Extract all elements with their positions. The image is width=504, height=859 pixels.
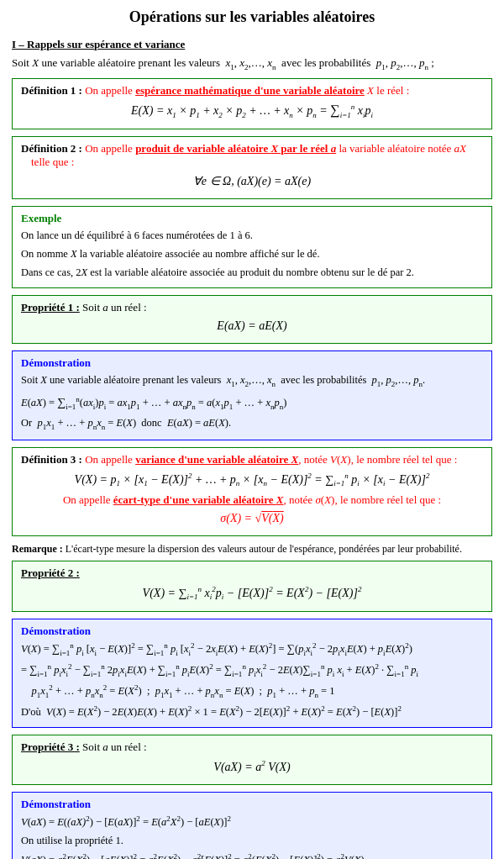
page-title: Opérations sur les variables aléatoires <box>12 8 492 26</box>
example-label: Exemple <box>21 212 483 225</box>
section-heading: I – Rappels sur espérance et variance <box>12 38 492 51</box>
demo-3-body: V(aX) = E((aX)2) − [E(aX)]2 = E(a2X2) − … <box>21 813 483 859</box>
demo-3-label: Démonstration <box>21 798 483 811</box>
property-1-formula: E(aX) = aE(X) <box>21 319 483 333</box>
demo-1-label: Démonstration <box>21 356 483 370</box>
example-box: Exemple On lance un dé équilibré à 6 fac… <box>12 206 492 288</box>
definition-2-box: Définition 2 : On appelle produit de var… <box>12 136 492 199</box>
property-1-box: Propriété 1 : Soit a un réel : E(aX) = a… <box>12 295 492 344</box>
property-3-box: Propriété 3 : Soit a un réel : V(aX) = a… <box>12 735 492 785</box>
property-3-label: Propriété 3 : Soit a un réel : <box>21 740 483 754</box>
demo-3-box: Démonstration V(aX) = E((aX)2) − [E(aX)]… <box>12 792 492 859</box>
definition-1-label: Définition 1 : On appelle espérance math… <box>21 84 483 97</box>
definition-3-label: Définition 3 : On appelle variance d'une… <box>21 453 483 466</box>
definition-3-ecart-text: On appelle écart-type d'une variable alé… <box>21 493 483 507</box>
remark-text: Remarque : L'écart-type mesure la disper… <box>12 543 492 556</box>
definition-2-text: telle que : <box>31 155 483 169</box>
definition-3-formula: V(X) = p1 × [x1 − E(X)]2 + … + pn × [xn … <box>21 472 483 487</box>
demo-1-box: Démonstration Soit X une variable aléato… <box>12 350 492 440</box>
demo-1-body: Soit X une variable aléatoire prenant le… <box>21 372 483 433</box>
property-3-formula: V(aX) = a2 V(X) <box>21 759 483 774</box>
demo-2-box: Démonstration V(X) = ∑i=1n pi [xi − E(X)… <box>12 619 492 728</box>
definition-2-label: Définition 2 : On appelle produit de var… <box>21 142 483 155</box>
property-2-formula: V(X) = ∑i=1n xi2pi − [E(X)]2 = E(X2) − [… <box>21 585 483 601</box>
demo-2-body: V(X) = ∑i=1n pi [xi − E(X)]2 = ∑i=1n pi … <box>21 640 483 720</box>
property-2-label: Propriété 2 : <box>21 567 483 580</box>
definition-1-formula: E(X) = x1 × p1 + x2 × p2 + … + xn × pn =… <box>21 103 483 119</box>
example-body: On lance un dé équilibré à 6 faces numér… <box>21 227 483 281</box>
property-2-box: Propriété 2 : V(X) = ∑i=1n xi2pi − [E(X)… <box>12 561 492 612</box>
definition-3-ecart-formula: σ(X) = √V(X) <box>21 512 483 525</box>
definition-1-box: Définition 1 : On appelle espérance math… <box>12 78 492 130</box>
definition-3-box: Définition 3 : On appelle variance d'une… <box>12 447 492 535</box>
demo-2-label: Démonstration <box>21 624 483 638</box>
property-1-label: Propriété 1 : Soit a un réel : <box>21 301 483 314</box>
definition-2-formula: ∀e ∈ Ω, (aX)(e) = aX(e) <box>21 174 483 188</box>
intro-text: Soit X une variable aléatoire prenant le… <box>12 56 492 71</box>
